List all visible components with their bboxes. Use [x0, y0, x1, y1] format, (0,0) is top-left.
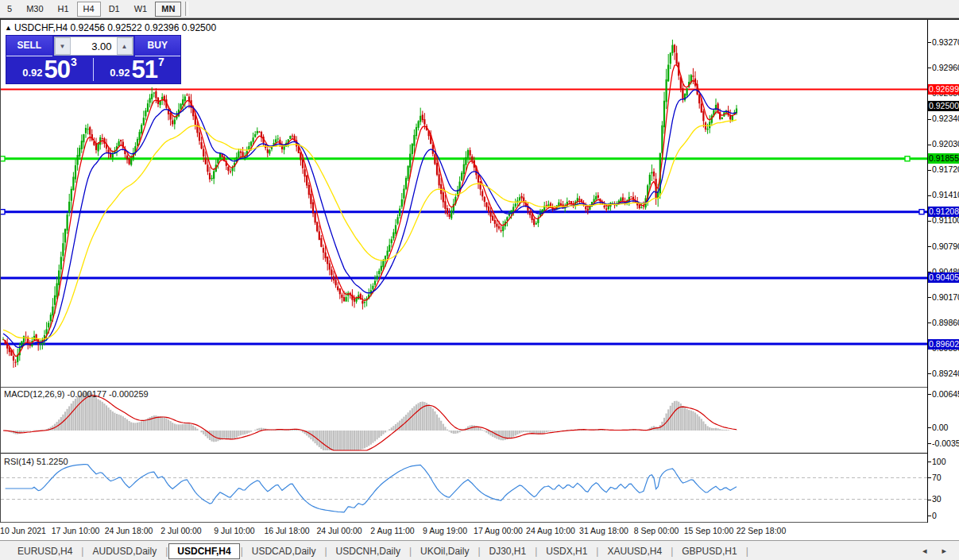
tab-separator: | — [241, 546, 243, 557]
chart-tab-xauusd[interactable]: XAUUSD,H4 — [599, 543, 670, 559]
moving-average-fast[interactable] — [3, 65, 737, 357]
date-label: 22 Sep 18:00 — [737, 526, 786, 535]
axis-tick — [928, 516, 931, 516]
date-label: 8 Sep 00:00 — [634, 526, 679, 535]
date-label: 24 Aug 10:00 — [526, 526, 575, 535]
date-label: 24 Jun 18:00 — [105, 526, 153, 535]
chart-tab-gbpusd[interactable]: GBPUSD,H1 — [674, 543, 744, 559]
chart-tab-dj30[interactable]: DJ30,H1 — [481, 543, 535, 559]
buy-price-quote[interactable]: 0.92 51 7 — [94, 56, 180, 83]
buy-button[interactable]: BUY — [135, 36, 181, 56]
chart-tab-eurusd[interactable]: EURUSD,H4 — [10, 543, 80, 559]
axis-price-label: 0.89240 — [932, 369, 959, 379]
axis-tick — [928, 373, 931, 374]
line-handle[interactable] — [1, 210, 5, 214]
axis-tick — [928, 443, 931, 444]
price-tag: 0.91208 — [928, 207, 959, 217]
timeframe-button-w1[interactable]: W1 — [128, 2, 154, 17]
macd-axis-label: 0.006451 — [932, 389, 959, 400]
price-tag: 0.91855 — [928, 153, 959, 164]
timeframe-button-h4[interactable]: H4 — [77, 2, 101, 17]
line-handle[interactable] — [919, 210, 924, 214]
date-label: 9 Aug 19:00 — [423, 526, 467, 535]
axis-tick — [928, 246, 931, 247]
axis-price-label: 0.89860 — [932, 318, 959, 328]
timeframe-button-d1[interactable]: D1 — [102, 2, 126, 17]
price-axis[interactable]: 0.932700.929600.926500.923400.920300.917… — [928, 20, 959, 523]
date-label: 24 Jul 00:00 — [316, 526, 362, 535]
chart-tab-ukoil[interactable]: UKOil,Daily — [412, 543, 477, 559]
trade-panel-toggle-arrow[interactable]: ▲ — [5, 24, 12, 32]
date-label: 2 Aug 11:00 — [370, 526, 414, 535]
axis-tick — [928, 297, 931, 298]
macd-axis-label: 0.00 — [932, 423, 948, 433]
buy-price-sup: 7 — [158, 57, 164, 67]
date-label: 2 Jul 00:00 — [160, 526, 201, 535]
chevron-up-icon: ▲ — [122, 43, 128, 50]
tab-separator: | — [535, 546, 537, 557]
axis-tick — [928, 42, 931, 43]
rsi-line — [6, 465, 737, 512]
tab-separator: | — [409, 546, 412, 557]
price-tag: 0.89602 — [928, 339, 959, 350]
axis-tick — [928, 170, 931, 171]
axis-price-label: 0.92030 — [932, 139, 959, 149]
macd-label: MACD(12,26,9) -0.000177 -0.000259 — [4, 389, 149, 399]
volume-input[interactable] — [71, 37, 117, 55]
chart-tab-usdcad[interactable]: USDCAD,Daily — [244, 543, 324, 559]
axis-price-label: 0.92960 — [932, 63, 959, 73]
rsi-axis-label: 100 — [932, 457, 946, 467]
chart-tab-bar: EURUSD,H4|AUDUSD,Daily|USDCHF,H4|USDCAD,… — [0, 540, 959, 560]
mt4-window: 5M30H1H4D1W1MN 0.932700.929600.926500.92… — [0, 0, 959, 560]
line-handle[interactable] — [1, 156, 5, 161]
rsi-axis-label: 70 — [932, 473, 942, 483]
rsi-axis-label: 30 — [932, 494, 942, 504]
axis-tick — [928, 500, 931, 500]
date-label: 9 Jul 10:00 — [214, 526, 254, 535]
chart-tab-usdx[interactable]: USDX,H1 — [538, 543, 595, 559]
sell-price-quote[interactable]: 0.92 50 3 — [6, 56, 93, 83]
tab-separator: | — [596, 546, 598, 557]
timeframe-toolbar: 5M30H1H4D1W1MN — [0, 0, 959, 18]
timeframe-button-5[interactable]: 5 — [1, 2, 18, 17]
chart-tab-audusd[interactable]: AUDUSD,Daily — [84, 543, 164, 559]
sell-price-sup: 3 — [71, 57, 77, 67]
rsi-label: RSI(14) 51.2250 — [4, 457, 68, 466]
chart-title-text: USDCHF,H4 0.92456 0.92522 0.92396 0.9250… — [14, 22, 216, 33]
date-axis[interactable]: 10 Jun 202117 Jun 10:0024 Jun 18:002 Jul… — [0, 523, 959, 540]
chart-region: 0.932700.929600.926500.923400.920300.917… — [0, 20, 959, 523]
price-tag: 0.90405 — [928, 272, 959, 283]
timeframe-button-mn[interactable]: MN — [155, 2, 181, 17]
axis-price-label: 0.90790 — [932, 241, 959, 252]
one-click-trading-panel: SELL ▼ ▲ BUY 0.92 50 3 0.92 51 7 — [6, 35, 181, 84]
timeframe-button-m30[interactable]: M30 — [20, 2, 49, 17]
volume-spinner: ▼ ▲ — [54, 37, 133, 56]
line-handle[interactable] — [905, 156, 910, 161]
tab-separator: | — [671, 546, 673, 557]
axis-price-label: 0.91720 — [932, 164, 959, 175]
tab-separator: | — [165, 546, 168, 557]
sell-button[interactable]: SELL — [6, 36, 52, 56]
volume-increase-button[interactable]: ▲ — [117, 37, 133, 55]
tab-scroll-arrows[interactable]: ◂ ▸ — [922, 546, 953, 556]
rsi-pane-canvas[interactable] — [1, 455, 927, 522]
moving-average-mid[interactable] — [3, 90, 737, 347]
timeframe-button-h1[interactable]: H1 — [52, 2, 75, 17]
tab-separator: | — [324, 546, 327, 557]
buy-price-prefix: 0.92 — [110, 65, 130, 81]
axis-price-label: 0.92340 — [932, 114, 959, 124]
date-label: 15 Sep 10:00 — [684, 526, 733, 535]
chart-tab-usdchf[interactable]: USDCHF,H4 — [168, 543, 239, 559]
axis-tick — [928, 427, 931, 428]
chart-title: ▲USDCHF,H4 0.92456 0.92522 0.92396 0.925… — [5, 22, 216, 33]
axis-price-label: 0.91410 — [932, 190, 959, 200]
volume-decrease-button[interactable]: ▼ — [55, 37, 71, 55]
axis-tick — [928, 394, 931, 395]
axis-tick — [928, 462, 931, 462]
date-label: 17 Aug 00:00 — [474, 526, 523, 535]
date-label: 17 Jun 10:00 — [52, 526, 100, 535]
tab-separator: | — [81, 546, 83, 557]
axis-tick — [928, 322, 931, 323]
chart-tab-usdcnh[interactable]: USDCNH,Daily — [328, 543, 408, 559]
moving-average-slow[interactable] — [3, 120, 737, 339]
